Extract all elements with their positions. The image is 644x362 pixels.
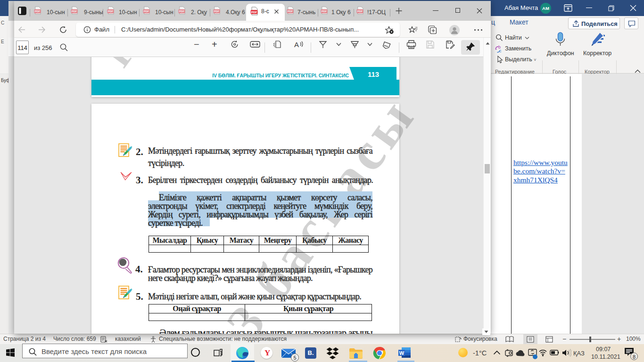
svg-text:PDF: PDF — [357, 10, 363, 13]
svg-text:PDF: PDF — [35, 10, 41, 13]
svg-text:PDF: PDF — [214, 10, 220, 13]
svg-text:PDF: PDF — [288, 10, 293, 13]
svg-text:PDF: PDF — [179, 10, 185, 13]
svg-text:PDF: PDF — [251, 10, 257, 14]
svg-text:PDF: PDF — [108, 10, 114, 13]
svg-text:A: A — [294, 41, 299, 49]
svg-text:PDF: PDF — [144, 10, 149, 13]
svg-text:PDF: PDF — [322, 10, 327, 13]
svg-text:W: W — [399, 350, 405, 356]
svg-text:PDF: PDF — [72, 10, 77, 13]
